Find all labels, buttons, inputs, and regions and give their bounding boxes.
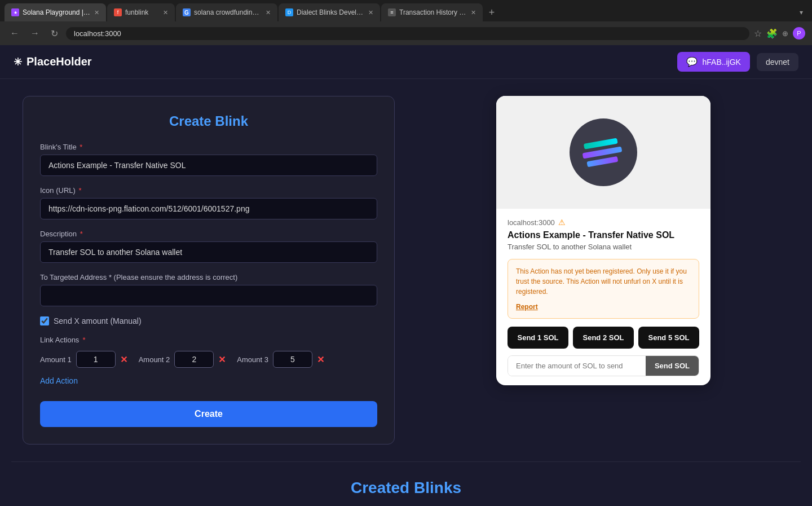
remove-amount-1-button[interactable]: ✕	[120, 354, 127, 365]
tab-1-label: Solana Playground | Solana II...	[23, 8, 91, 16]
icon-label: Icon (URL) *	[40, 186, 377, 195]
amount-input-1[interactable]	[76, 351, 116, 368]
description-label: Description *	[40, 230, 377, 238]
remove-amount-2-button[interactable]: ✕	[218, 354, 226, 365]
tab-5[interactable]: ≡ Transaction History | hFABkK... ✕	[381, 3, 483, 21]
back-button[interactable]: ←	[7, 27, 23, 39]
source-warning-icon: ⚠	[558, 218, 566, 227]
tab-5-close[interactable]: ✕	[471, 9, 476, 16]
create-blink-panel: Create Blink Blink's Title * Icon (URL) …	[23, 96, 395, 445]
tab-4-favicon: D	[285, 8, 293, 16]
tab-1-close[interactable]: ✕	[94, 9, 99, 16]
tab-extras[interactable]: ▾	[800, 8, 807, 16]
amount-group-3: Amount 3 ✕	[237, 351, 324, 368]
icon-required: *	[77, 186, 82, 195]
tab-2-label: funblink	[125, 8, 160, 16]
header-actions: 💬 hFAB..ijGK devnet	[677, 52, 798, 72]
manual-amount-checkbox[interactable]	[40, 316, 49, 325]
tab-3-close[interactable]: ✕	[266, 9, 271, 16]
solana-stripes	[583, 138, 623, 168]
tab-3-label: solana crowdfunding icon - G...	[194, 8, 262, 16]
logo-star-icon: ✳	[14, 56, 22, 68]
app-header: ✳ PlaceHolder 💬 hFAB..ijGK devnet	[0, 45, 812, 79]
create-button[interactable]: Create	[40, 401, 377, 427]
description-required: *	[78, 230, 83, 238]
app-logo: ✳ PlaceHolder	[14, 55, 92, 68]
created-blinks-title: Created Blinks	[23, 479, 789, 497]
tab-2[interactable]: f funblink ✕	[107, 3, 175, 21]
stripe-3	[586, 156, 618, 167]
tab-4-close[interactable]: ✕	[368, 9, 373, 16]
title-input[interactable]	[40, 155, 377, 176]
logo-text: PlaceHolder	[27, 55, 92, 68]
blink-description: Transfer SOL to another Solana wallet	[508, 243, 699, 251]
title-group: Blink's Title *	[40, 143, 377, 176]
title-label: Blink's Title *	[40, 143, 377, 151]
address-bar[interactable]: localhost:3000	[66, 27, 749, 40]
action-buttons: Send 1 SOL Send 2 SOL Send 5 SOL	[508, 327, 699, 349]
amount-input-3[interactable]	[273, 351, 312, 368]
address-bar-row: ← → ↻ localhost:3000 ☆ 🧩 ⊕ P	[0, 21, 812, 45]
checkbox-label: Send X amount (Manual)	[54, 316, 142, 325]
preview-panel: localhost:3000 ⚠ Actions Example - Trans…	[417, 96, 789, 445]
link-actions-section: Link Actions * Amount 1 ✕ Amount 2 ✕ Amo…	[40, 336, 377, 397]
profile-icon[interactable]: P	[793, 27, 805, 39]
tab-bar: ★ Solana Playground | Solana II... ✕ f f…	[0, 0, 812, 21]
send-sol-button[interactable]: Send SOL	[646, 356, 699, 376]
address-label: To Targeted Address * (Please ensure the…	[40, 273, 377, 281]
tab-2-favicon: f	[114, 8, 122, 16]
tab-4[interactable]: D Dialect Blinks Developer Mo... ✕	[279, 3, 380, 21]
link-actions-required: *	[82, 336, 85, 344]
address-group: To Targeted Address * (Please ensure the…	[40, 273, 377, 306]
description-input[interactable]	[40, 241, 377, 263]
amount-label-3: Amount 3	[237, 355, 268, 364]
amounts-row: Amount 1 ✕ Amount 2 ✕ Amount 3 ✕	[40, 351, 377, 368]
icon-group: Icon (URL) *	[40, 186, 377, 219]
amount-label-2: Amount 2	[139, 355, 170, 364]
title-required: *	[78, 143, 83, 151]
tab-1-favicon: ★	[11, 8, 19, 16]
new-tab-button[interactable]: +	[484, 5, 500, 20]
tab-2-close[interactable]: ✕	[163, 9, 168, 16]
source-url: localhost:3000	[508, 218, 555, 227]
wallet-button[interactable]: 💬 hFAB..ijGK	[677, 52, 749, 72]
amount-group-2: Amount 2 ✕	[139, 351, 226, 368]
address-text: localhost:3000	[74, 29, 121, 38]
warning-box: This Action has not yet been registered.…	[508, 259, 699, 319]
form-title: Create Blink	[40, 113, 377, 129]
description-group: Description *	[40, 230, 377, 263]
main-content: Create Blink Blink's Title * Icon (URL) …	[0, 79, 812, 461]
report-link[interactable]: Report	[516, 303, 538, 311]
tab-5-label: Transaction History | hFABkK...	[399, 8, 467, 16]
amount-label-1: Amount 1	[40, 355, 72, 364]
checkbox-row: Send X amount (Manual)	[40, 316, 377, 325]
blink-image	[496, 96, 710, 209]
bookmark-icon[interactable]: ☆	[754, 28, 762, 39]
blink-body: localhost:3000 ⚠ Actions Example - Trans…	[496, 209, 710, 385]
tab-3[interactable]: G solana crowdfunding icon - G... ✕	[176, 3, 277, 21]
tab-1[interactable]: ★ Solana Playground | Solana II... ✕	[5, 3, 106, 21]
send-1-sol-button[interactable]: Send 1 SOL	[508, 327, 568, 349]
extensions-icon[interactable]: 🧩	[766, 28, 778, 39]
tab-3-favicon: G	[183, 8, 191, 16]
tab-4-label: Dialect Blinks Developer Mo...	[297, 8, 365, 16]
sol-amount-input[interactable]	[508, 356, 646, 376]
remove-amount-3-button[interactable]: ✕	[317, 354, 324, 365]
send-5-sol-button[interactable]: Send 5 SOL	[638, 327, 699, 349]
send-2-sol-button[interactable]: Send 2 SOL	[573, 327, 634, 349]
zoom-icon[interactable]: ⊕	[782, 29, 788, 38]
link-actions-label: Link Actions *	[40, 336, 377, 344]
blink-title: Actions Example - Transfer Native SOL	[508, 230, 699, 240]
sol-input-row: Send SOL	[508, 355, 699, 376]
warning-text: This Action has not yet been registered.…	[516, 266, 691, 297]
forward-button[interactable]: →	[27, 27, 43, 39]
reload-button[interactable]: ↻	[47, 27, 61, 40]
network-button[interactable]: devnet	[757, 53, 798, 71]
blink-source: localhost:3000 ⚠	[508, 218, 699, 227]
wallet-address: hFAB..ijGK	[702, 58, 740, 67]
add-action-link[interactable]: Add Action	[40, 376, 78, 385]
amount-input-2[interactable]	[174, 351, 214, 368]
icon-input[interactable]	[40, 198, 377, 219]
address-input[interactable]	[40, 285, 377, 306]
created-blinks-section: Created Blinks	[0, 462, 812, 506]
